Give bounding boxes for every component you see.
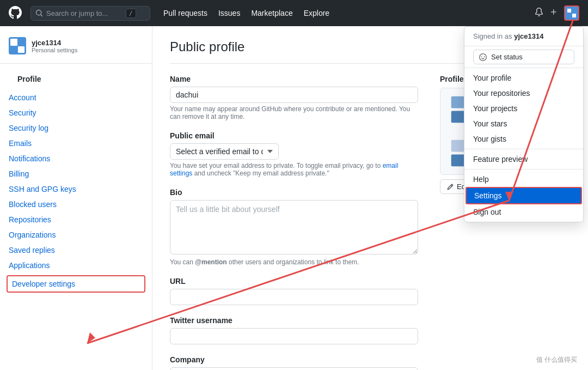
sidebar: yjce1314 Personal settings Profile Accou… bbox=[0, 26, 152, 370]
topnav-issues[interactable]: Issues bbox=[218, 9, 240, 17]
set-status-row: Set status bbox=[464, 46, 583, 68]
email-select[interactable]: Select a verified email to display bbox=[170, 143, 279, 160]
sidebar-item-ssh-keys[interactable]: SSH and GPG keys bbox=[0, 181, 152, 197]
sidebar-item-security[interactable]: Security bbox=[0, 105, 152, 120]
dropdown-sign-out[interactable]: Sign out bbox=[464, 204, 583, 220]
email-group: Public email Select a verified email to … bbox=[170, 131, 418, 177]
bio-label: Bio bbox=[170, 188, 418, 197]
sidebar-item-account[interactable]: Account bbox=[0, 90, 152, 105]
sidebar-notifications-link[interactable]: Notifications bbox=[0, 151, 152, 166]
sidebar-item-blocked-users[interactable]: Blocked users bbox=[0, 197, 152, 212]
dropdown-your-stars[interactable]: Your stars bbox=[464, 116, 583, 131]
dropdown-section-feature: Feature preview bbox=[464, 149, 583, 169]
search-input[interactable] bbox=[46, 9, 122, 17]
bio-hint: You can @mention other users and organiz… bbox=[170, 258, 418, 266]
sidebar-user-info: yjce1314 Personal settings bbox=[32, 39, 77, 53]
sidebar-repositories-link[interactable]: Repositories bbox=[0, 212, 152, 227]
sidebar-username: yjce1314 bbox=[32, 39, 77, 47]
name-group: Name Your name may appear around GitHub … bbox=[170, 75, 418, 120]
email-hint: You have set your email address to priva… bbox=[170, 162, 418, 177]
pencil-icon bbox=[447, 184, 454, 190]
topnav-right bbox=[535, 5, 579, 21]
company-input[interactable] bbox=[170, 367, 418, 370]
content-left: Name Your name may appear around GitHub … bbox=[170, 75, 418, 370]
watermark: 值 什么值得买 bbox=[536, 355, 577, 365]
bio-mention: @mention bbox=[195, 258, 226, 266]
twitter-group: Twitter username bbox=[170, 316, 418, 344]
sidebar-avatar bbox=[9, 37, 26, 54]
dropdown-your-repositories[interactable]: Your repositories bbox=[464, 86, 583, 101]
sidebar-item-saved-replies[interactable]: Saved replies bbox=[0, 242, 152, 258]
smiley-icon bbox=[479, 53, 487, 61]
search-kbd: / bbox=[126, 9, 136, 18]
plus-icon[interactable] bbox=[550, 8, 558, 18]
sidebar-emails-link[interactable]: Emails bbox=[0, 136, 152, 151]
dropdown-your-projects[interactable]: Your projects bbox=[464, 101, 583, 116]
name-hint: Your name may appear around GitHub where… bbox=[170, 105, 418, 120]
sidebar-nav: Profile Account Security Security log Em… bbox=[0, 68, 152, 293]
url-label: URL bbox=[170, 277, 418, 286]
sidebar-item-applications[interactable]: Applications bbox=[0, 258, 152, 273]
search-icon bbox=[35, 9, 43, 17]
sidebar-item-notifications[interactable]: Notifications bbox=[0, 151, 152, 166]
sidebar-profile-label[interactable]: Profile bbox=[9, 71, 143, 87]
search-bar[interactable]: / bbox=[30, 6, 150, 21]
twitter-label: Twitter username bbox=[170, 316, 418, 325]
url-group: URL bbox=[170, 277, 418, 305]
sidebar-security-link[interactable]: Security bbox=[0, 105, 152, 120]
dropdown-section-settings: Help Settings Sign out bbox=[464, 169, 583, 222]
avatar-icon bbox=[567, 9, 576, 17]
dropdown-section-profile: Your profile Your repositories Your proj… bbox=[464, 68, 583, 149]
topnav: / Pull requests Issues Marketplace Explo… bbox=[0, 0, 588, 26]
bio-textarea[interactable] bbox=[170, 200, 418, 254]
user-menu-button[interactable] bbox=[564, 5, 579, 21]
topnav-marketplace[interactable]: Marketplace bbox=[251, 9, 292, 17]
sidebar-security-log-link[interactable]: Security log bbox=[0, 120, 152, 136]
dropdown-header: Signed in as yjce1314 bbox=[464, 27, 583, 46]
url-input[interactable] bbox=[170, 289, 418, 305]
sidebar-item-emails[interactable]: Emails bbox=[0, 136, 152, 151]
sidebar-item-repositories[interactable]: Repositories bbox=[0, 212, 152, 227]
topnav-links: Pull requests Issues Marketplace Explore bbox=[163, 9, 329, 17]
sidebar-item-developer-settings[interactable]: Developer settings bbox=[7, 275, 145, 293]
dropdown-feature-preview[interactable]: Feature preview bbox=[464, 151, 583, 167]
sidebar-account-link[interactable]: Account bbox=[0, 90, 152, 105]
sidebar-billing-link[interactable]: Billing bbox=[0, 166, 152, 181]
notifications-bell-icon[interactable] bbox=[535, 8, 543, 19]
sidebar-organizations-link[interactable]: Organizations bbox=[0, 227, 152, 242]
dropdown-username: yjce1314 bbox=[514, 32, 543, 40]
sidebar-saved-replies-link[interactable]: Saved replies bbox=[0, 242, 152, 258]
sidebar-developer-settings-link[interactable]: Developer settings bbox=[8, 276, 144, 292]
sidebar-item-profile[interactable]: Profile bbox=[0, 68, 152, 90]
sidebar-item-organizations[interactable]: Organizations bbox=[0, 227, 152, 242]
sidebar-blocked-link[interactable]: Blocked users bbox=[0, 197, 152, 212]
twitter-input[interactable] bbox=[170, 328, 418, 344]
sidebar-user: yjce1314 Personal settings bbox=[0, 37, 152, 64]
sidebar-item-security-log[interactable]: Security log bbox=[0, 120, 152, 136]
dropdown-help[interactable]: Help bbox=[464, 172, 583, 187]
dropdown-your-profile[interactable]: Your profile bbox=[464, 70, 583, 86]
name-input[interactable] bbox=[170, 87, 418, 103]
sidebar-subtitle: Personal settings bbox=[32, 47, 77, 53]
user-dropdown-menu: Signed in as yjce1314 Set status Your pr… bbox=[464, 26, 584, 222]
dropdown-your-gists[interactable]: Your gists bbox=[464, 131, 583, 147]
sidebar-applications-link[interactable]: Applications bbox=[0, 258, 152, 273]
topnav-explore[interactable]: Explore bbox=[304, 9, 329, 17]
company-group: Company bbox=[170, 355, 418, 370]
sidebar-item-billing[interactable]: Billing bbox=[0, 166, 152, 181]
sidebar-ssh-link[interactable]: SSH and GPG keys bbox=[0, 181, 152, 197]
name-label: Name bbox=[170, 75, 418, 83]
topnav-pull-requests[interactable]: Pull requests bbox=[163, 9, 207, 17]
github-logo-icon[interactable] bbox=[9, 6, 22, 21]
company-label: Company bbox=[170, 355, 418, 364]
set-status-label: Set status bbox=[491, 53, 523, 61]
dropdown-settings[interactable]: Settings bbox=[465, 187, 582, 204]
bio-group: Bio You can @mention other users and org… bbox=[170, 188, 418, 266]
set-status-button[interactable]: Set status bbox=[473, 50, 574, 64]
email-label: Public email bbox=[170, 131, 418, 140]
